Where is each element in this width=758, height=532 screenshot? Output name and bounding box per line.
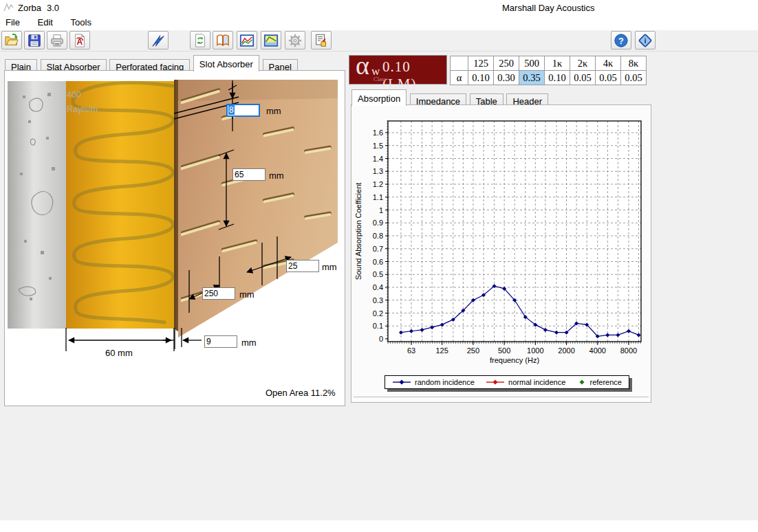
slot-width-unit: mm [266, 106, 281, 116]
bottom-strip [0, 520, 758, 532]
refresh-icon [193, 33, 208, 48]
chart-legend: random incidencenormal incidencereferenc… [385, 375, 629, 389]
alpha-symbol: α [356, 50, 369, 80]
construction-diagram-panel: 400 Rayls/m 8 mm 65 mm 25 mm 250 mm 9 mm… [4, 70, 345, 406]
alpha-w-result-box: α w 0.10 (LM) Class- [349, 55, 447, 85]
svg-text:1.5: 1.5 [373, 142, 383, 150]
legend-label: random incidence [415, 378, 475, 386]
book-icon [215, 33, 230, 48]
svg-text:0.2: 0.2 [373, 309, 383, 318]
legend-item-1: normal incidence [486, 378, 565, 386]
menu-bar: File Edit Tools [0, 15, 758, 30]
panel-groove [354, 397, 649, 400]
svg-text:0.5: 0.5 [373, 270, 383, 278]
legend-item-2: reference [577, 378, 622, 386]
pdf-icon: A [72, 33, 87, 48]
info-diamond-icon: i [638, 33, 653, 48]
class-label: Class- [373, 76, 388, 82]
help-icon: ? [614, 33, 629, 48]
window-version: 3.0 [47, 3, 59, 13]
svg-text:1.1: 1.1 [373, 193, 383, 201]
svg-text:Sound Absorption Coefficient: Sound Absorption Coefficient [354, 183, 362, 280]
legend-item-0: random incidence [392, 378, 475, 386]
svg-text:125: 125 [436, 346, 448, 355]
copy-report-icon [314, 33, 329, 48]
svg-text:0.7: 0.7 [373, 245, 383, 253]
open-button[interactable] [1, 31, 22, 49]
svg-text:250: 250 [467, 346, 479, 355]
svg-text:8000: 8000 [620, 346, 637, 355]
svg-text:i: i [644, 36, 646, 45]
pdf-export-button[interactable]: A [69, 31, 90, 49]
svg-text:?: ? [618, 35, 624, 45]
slot-col-spacing-input[interactable]: 250 [202, 287, 235, 300]
open-area-label: Open Area 11.2% [266, 388, 336, 398]
materials-button[interactable] [213, 31, 233, 49]
tab-slot-absorber[interactable]: Slot Absorber [193, 55, 259, 71]
absorption-chart-panel: 00.10.20.30.40.50.60.70.80.911.11.21.31.… [351, 104, 651, 403]
alpha-values-row: α 0.10 0.30 0.35 0.10 0.05 0.05 0.05 [451, 71, 647, 85]
frequency-header-row: 125 250 500 1κ 2κ 4κ 8κ [451, 56, 647, 71]
tab-absorption[interactable]: Absorption [351, 89, 407, 106]
slot-length-unit: mm [322, 262, 337, 272]
concrete-layer [8, 81, 66, 329]
panel-thickness-input[interactable]: 9 [204, 335, 237, 348]
slot-length-input[interactable]: 25 [286, 260, 319, 272]
alpha-row-label: α [451, 71, 468, 85]
chart-view-button[interactable] [261, 31, 281, 49]
svg-text:0.8: 0.8 [373, 232, 383, 240]
help-button[interactable]: ? [611, 31, 631, 49]
refresh-button[interactable] [190, 31, 210, 49]
svg-text:0.6: 0.6 [373, 258, 383, 266]
open-folder-icon [4, 33, 19, 48]
chart-area-icon [263, 33, 279, 48]
menu-file[interactable]: File [0, 15, 28, 30]
absorption-chart: 00.10.20.30.40.50.60.70.80.911.11.21.31.… [351, 105, 651, 402]
absorber-depth-label: 60 mm [105, 348, 133, 358]
highlighted-cell: 0.35 [519, 71, 545, 85]
calculate-button[interactable] [148, 31, 169, 49]
slot-row-spacing-unit: mm [269, 170, 284, 181]
svg-text:0: 0 [379, 335, 383, 343]
panel-thickness-unit: mm [241, 337, 257, 348]
settings-button[interactable] [285, 31, 305, 49]
gear-icon [288, 33, 303, 48]
alpha-w-value: 0.10 (LM) [382, 58, 446, 93]
title-bar: Zorba 3.0 Marshall Day Acoustics [0, 0, 758, 15]
svg-text:0.9: 0.9 [373, 219, 383, 227]
toolbar: A [0, 30, 758, 52]
absorber-layer [66, 81, 174, 329]
legend-label: normal incidence [508, 378, 565, 386]
slot-width-input[interactable]: 8 [226, 104, 260, 117]
svg-text:1: 1 [379, 206, 383, 214]
slot-absorber-diagram [5, 71, 345, 406]
svg-text:frequency (Hz): frequency (Hz) [490, 356, 539, 364]
svg-text:0.4: 0.4 [373, 283, 383, 291]
print-icon [50, 33, 65, 48]
svg-text:1.3: 1.3 [373, 167, 383, 175]
svg-text:2000: 2000 [558, 346, 574, 355]
legend-label: reference [590, 378, 622, 386]
save-button[interactable] [24, 31, 45, 49]
copy-report-button[interactable] [311, 31, 332, 49]
svg-text:63: 63 [407, 346, 415, 355]
flow-resistivity-label: 400 Rayls/m [67, 88, 98, 117]
chart-compare-button[interactable] [237, 31, 257, 49]
svg-text:1000: 1000 [527, 346, 543, 355]
menu-edit[interactable]: Edit [30, 15, 61, 30]
svg-text:1.2: 1.2 [373, 180, 383, 188]
app-icon [3, 3, 14, 14]
save-icon [27, 33, 42, 48]
window-title: Zorba [18, 3, 41, 13]
print-button[interactable] [47, 31, 67, 49]
company-name: Marshall Day Acoustics [502, 3, 594, 13]
svg-text:500: 500 [498, 346, 510, 355]
lightning-icon [151, 33, 166, 48]
svg-text:4000: 4000 [589, 346, 606, 355]
slot-row-spacing-input[interactable]: 65 [232, 168, 266, 181]
menu-tools[interactable]: Tools [63, 15, 99, 30]
svg-text:0.3: 0.3 [373, 296, 383, 304]
about-button[interactable]: i [635, 31, 656, 49]
chart-lines-icon [239, 33, 255, 48]
svg-text:1.6: 1.6 [373, 129, 383, 137]
